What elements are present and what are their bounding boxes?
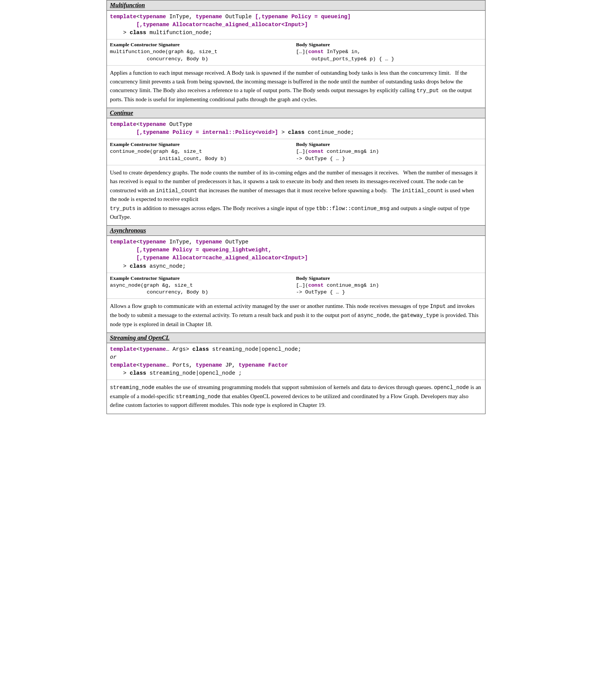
body-sig-col-c: Body Signature […](const continue_msg& i… xyxy=(296,141,482,163)
template-kw-a: template xyxy=(110,239,136,245)
section-title-streaming: Streaming and OpenCL xyxy=(110,334,169,341)
class-kw-c: class xyxy=(288,129,305,135)
continue-msg-mono: tbb::flow::continue_msg xyxy=(316,206,389,212)
template-kw-s: template xyxy=(110,346,136,352)
class-kw-s: class xyxy=(193,346,209,352)
typename-kw-s4: typename xyxy=(238,362,265,368)
section-multifunction: Multifunction template<typename InType, … xyxy=(106,0,486,108)
section-continue: Continue template<typename OutType [,typ… xyxy=(106,108,486,225)
template-block-continue: template<typename OutType [,typename Pol… xyxy=(107,118,485,139)
typename-kw-s2: typename xyxy=(139,362,166,368)
constructor-label-c: Example Constructor Signature xyxy=(110,141,296,148)
openclnode-mono: opencl_node xyxy=(434,385,469,391)
typename-kw-a: typename xyxy=(139,239,166,245)
section-header-async: Asynchronous xyxy=(107,226,485,236)
allocator-param-a: [,typename Allocator=cache_aligned_alloc… xyxy=(136,255,308,261)
body-label-c: Body Signature xyxy=(296,141,482,148)
body-label: Body Signature xyxy=(296,42,482,48)
policy-param-c: [,typename Policy = internal::Policy<voi… xyxy=(136,129,278,135)
template-kw-s2: template xyxy=(110,362,136,368)
section-header-multifunction: Multifunction xyxy=(107,0,485,11)
initial-count-mono2: initial_count xyxy=(402,188,443,194)
policy-param: [,typename Policy = queueing] xyxy=(255,14,351,20)
class-kw: class xyxy=(130,30,146,36)
template-kw-c: template xyxy=(110,121,136,127)
body-sig-col: Body Signature […](const InType& in, out… xyxy=(296,42,482,63)
section-title-multifunction: Multifunction xyxy=(110,2,145,8)
body-code-a: […](const continue_msg& in)-> OutType { … xyxy=(296,282,482,297)
streamingnode-mono2: streaming_node xyxy=(176,394,221,400)
body-label-a: Body Signature xyxy=(296,275,482,281)
input-mono: Input xyxy=(430,303,446,309)
typename-kw-s: typename xyxy=(139,346,166,352)
constructor-label: Example Constructor Signature xyxy=(110,42,296,48)
constructor-label-a: Example Constructor Signature xyxy=(110,275,296,281)
section-streaming: Streaming and OpenCL template<typename… … xyxy=(106,333,486,414)
initial-count-mono: initial_count xyxy=(156,188,197,194)
body-code: […](const InType& in, output_ports_type&… xyxy=(296,49,482,63)
typename-kw-c: typename xyxy=(139,121,166,127)
class-kw-a: class xyxy=(130,263,146,269)
typename-kw: typename xyxy=(139,14,166,20)
factor-param: Factor xyxy=(268,362,288,368)
typename-kw-s3: typename xyxy=(196,362,222,368)
constructor-sig-col-c: Example Constructor Signature continue_n… xyxy=(110,141,296,163)
section-header-continue: Continue xyxy=(107,108,485,118)
asyncnode-mono: async_node xyxy=(357,312,389,319)
description-streaming: streaming_node enables the use of stream… xyxy=(107,380,485,414)
section-header-streaming: Streaming and OpenCL xyxy=(107,333,485,343)
signatures-async: Example Constructor Signature async_node… xyxy=(107,273,485,299)
class-kw-s2: class xyxy=(130,370,146,376)
constructor-code-a: async_node(graph &g, size_t concurrency,… xyxy=(110,282,296,297)
constructor-code: multifunction_node(graph &g, size_t conc… xyxy=(110,49,296,63)
description-multifunction: Applies a function to each input message… xyxy=(107,66,485,108)
template-block-async: template<typename InType, typename OutTy… xyxy=(107,236,485,273)
try-puts-mono: try_puts xyxy=(110,206,135,212)
section-title-continue: Continue xyxy=(110,110,133,116)
constructor-sig-col-a: Example Constructor Signature async_node… xyxy=(110,275,296,297)
streamingnode-mono: streaming_node xyxy=(110,385,155,391)
constructor-sig-col: Example Constructor Signature multifunct… xyxy=(110,42,296,63)
body-code-c: […](const continue_msg& in)-> OutType { … xyxy=(296,148,482,163)
section-title-async: Asynchronous xyxy=(110,227,146,234)
signatures-multifunction: Example Constructor Signature multifunct… xyxy=(107,39,485,66)
tryput-mono: try_put xyxy=(417,88,439,94)
template-block-streaming: template<typename… Args> class streaming… xyxy=(107,343,485,380)
typename-kw2: typename xyxy=(196,14,222,20)
signatures-continue: Example Constructor Signature continue_n… xyxy=(107,139,485,165)
gatewaytype-mono: gateway_type xyxy=(401,312,439,319)
description-continue: Used to create dependency graphs. The no… xyxy=(107,165,485,225)
constructor-code-c: continue_node(graph &g, size_t initial_c… xyxy=(110,148,296,163)
policy-param-a: [,typename Policy = queueing_lightweight… xyxy=(136,247,272,253)
typename-kw-a2: typename xyxy=(196,239,222,245)
template-block-multifunction: template<typename InType, typename OutTu… xyxy=(107,11,485,39)
allocator-param: [,typename Allocator=cache_aligned_alloc… xyxy=(136,22,308,28)
section-async: Asynchronous template<typename InType, t… xyxy=(106,225,486,332)
description-async: Allows a flow graph to communicate with … xyxy=(107,299,485,333)
template-kw: template xyxy=(110,14,136,20)
body-sig-col-a: Body Signature […](const continue_msg& i… xyxy=(296,275,482,297)
